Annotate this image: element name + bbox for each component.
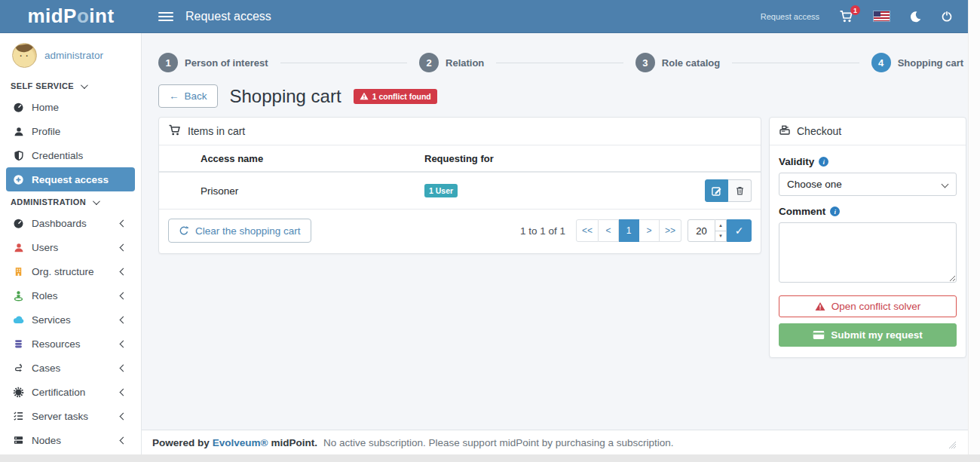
chevron-down-icon [81,81,88,89]
sidebar-item-request-access[interactable]: Request access [6,167,135,191]
conflict-badge[interactable]: 1 conflict found [354,89,437,104]
page-size-input[interactable] [688,219,715,242]
warning-triangle-icon [815,301,825,311]
edit-item-button[interactable] [705,179,728,202]
back-button[interactable]: ← Back [158,84,218,108]
midpoint-text: midPoint. [271,437,318,448]
user-icon [12,242,25,253]
sidebar-item-server-tasks[interactable]: Server tasks [0,404,141,428]
credit-card-icon [813,330,825,340]
sidebar-item-home[interactable]: Home [0,95,141,119]
delete-item-button[interactable] [728,179,752,202]
last-page-button[interactable]: >> [660,219,681,242]
sidebar-item-dashboards[interactable]: Dashboards [0,211,141,235]
building-icon [12,266,25,277]
sidebar-section-self-service[interactable]: SELF SERVICE [0,75,141,95]
route-icon [12,363,25,374]
dark-mode-moon-icon[interactable] [909,11,921,23]
wizard-step-1[interactable]: 1 Person of interest [158,53,268,72]
comment-textarea[interactable] [779,222,957,283]
apply-page-size-button[interactable]: ✓ [727,219,752,242]
sidebar-item-users[interactable]: Users [0,235,141,259]
sidebar-item-roles[interactable]: Roles [0,283,141,307]
first-page-button[interactable]: << [576,219,599,242]
navbar-page-title: Request access [185,10,271,23]
cart-count-badge: 1 [850,5,860,15]
column-access-name[interactable]: Access name [168,153,424,164]
pencil-square-icon [711,185,722,197]
wizard-step-2[interactable]: 2 Relation [419,53,484,72]
open-conflict-solver-button[interactable]: Open conflict solver [779,295,957,317]
sidebar-item-resources[interactable]: Resources [0,332,141,356]
warning-triangle-icon [360,92,369,100]
footer: Powered by Evolveum® midPoint. No active… [142,430,968,454]
submit-request-button[interactable]: Submit my request [779,323,957,347]
server-icon [12,435,25,445]
validity-label: Validity [779,156,814,167]
seal-icon [12,387,25,398]
menu-toggle-icon[interactable] [158,12,173,21]
table-header: Access name Requesting for [159,145,761,173]
wizard-step-4[interactable]: 4 Shopping cart [871,53,963,72]
chevron-left-icon [120,292,127,299]
chevron-left-icon [120,388,127,396]
task-list-icon [12,411,25,421]
chevron-down-icon [93,197,100,205]
sidebar-item-credentials[interactable]: Credentials [0,143,141,167]
sidebar-item-org-structure[interactable]: Org. structure [0,259,141,283]
street-view-icon [12,290,25,301]
language-flag-icon[interactable] [874,11,890,21]
wizard-steps: 1 Person of interest 2 Relation 3 Role c… [142,33,968,72]
sidebar-item-services[interactable]: Services [0,307,141,332]
brand-logo-text: midPoint [27,5,114,28]
chevron-left-icon [120,268,127,275]
chevron-left-icon [120,364,127,372]
cart-icon[interactable]: 1 [839,10,854,23]
items-in-cart-panel: Items in cart Access name Requesting for… [158,117,761,254]
user-name[interactable]: administrator [44,50,103,61]
gauge-icon [12,102,25,113]
gauge-icon [12,218,25,229]
info-icon[interactable]: i [830,207,840,216]
user-icon [12,126,25,137]
avatar [12,43,37,68]
sidebar-item-cases[interactable]: Cases [0,356,141,380]
sidebar-item-nodes[interactable]: Nodes [0,428,141,452]
sidebar-item-profile[interactable]: Profile [0,119,141,143]
requesting-for-badge[interactable]: 1 User [424,184,458,197]
prev-page-button[interactable]: < [599,219,619,242]
plus-circle-icon [12,174,25,185]
scrollbar-track[interactable] [968,0,980,454]
spinner-down-icon[interactable]: ▼ [715,231,726,242]
brand-logo[interactable]: midPoint [0,5,142,28]
navbar-breadcrumb[interactable]: Request access [761,12,819,21]
cash-register-icon [779,124,791,138]
clear-cart-button[interactable]: Clear the shopping cart [168,219,311,243]
chevron-left-icon [120,219,127,227]
chevron-left-icon [120,243,127,251]
chevron-left-icon [120,316,127,323]
page-1-button[interactable]: 1 [619,219,639,242]
user-panel[interactable]: administrator [0,33,141,75]
arrow-left-icon: ← [169,90,179,102]
chevron-left-icon [120,436,127,444]
validity-select[interactable]: Choose one [779,173,957,196]
cloud-icon [12,315,25,325]
checkout-panel: Checkout Validity i Choose one Comment i… [769,117,966,358]
page-title: Shopping cart [230,86,341,107]
info-icon[interactable]: i [819,157,828,167]
chevron-left-icon [120,412,127,420]
logout-power-icon[interactable] [941,10,953,23]
wizard-step-3[interactable]: 3 Role catalog [635,53,720,72]
resize-grip-icon[interactable] [947,439,956,451]
main-content: 1 Person of interest 2 Relation 3 Role c… [142,33,968,430]
chevron-left-icon [120,340,127,347]
evolveum-link[interactable]: Evolveum® [213,437,268,448]
spinner-up-icon[interactable]: ▲ [715,220,726,231]
powered-by-text: Powered by [152,437,210,448]
sidebar-item-certification[interactable]: Certification [0,380,141,404]
sidebar: administrator SELF SERVICE Home Profile … [0,33,142,454]
next-page-button[interactable]: > [639,219,660,242]
column-requesting-for[interactable]: Requesting for [424,153,752,164]
sidebar-section-administration[interactable]: ADMINISTRATION [0,191,141,211]
